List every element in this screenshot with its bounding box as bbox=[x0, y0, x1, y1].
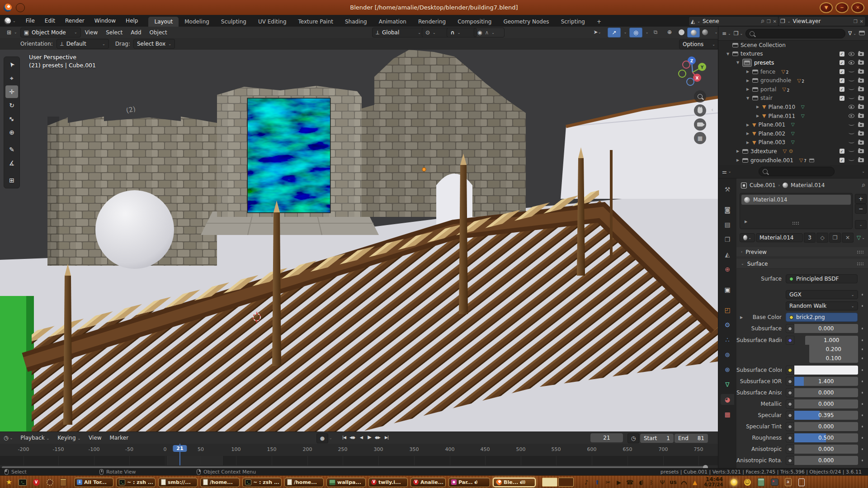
menu-object[interactable]: Object bbox=[146, 29, 171, 36]
checkbox-toggle[interactable]: ✓ bbox=[839, 78, 845, 83]
material-type-dropdown[interactable]: ⌄ bbox=[740, 233, 755, 242]
transform-orientation-dropdown[interactable]: ⟂ Global ⌄ bbox=[372, 28, 425, 38]
outliner-display-mode-dropdown[interactable]: ≡⌄ bbox=[722, 30, 731, 37]
launcher-star-icon[interactable]: ★ bbox=[5, 478, 14, 487]
remove-viewlayer-icon[interactable]: ✕ bbox=[860, 19, 863, 24]
viewport-3d[interactable]: (2) bbox=[0, 50, 718, 432]
tray-smiley-icon[interactable]: ☺ bbox=[743, 478, 752, 487]
taskbar-window-smb[interactable]: smb://... bbox=[158, 478, 198, 487]
navigation-gizmo[interactable]: Z Y X bbox=[676, 55, 707, 86]
eye-closed-toggle[interactable] bbox=[848, 142, 854, 143]
eye-closed-toggle[interactable] bbox=[848, 124, 854, 126]
taskbar-window-home2[interactable]: /home... bbox=[284, 478, 324, 487]
outliner-row-groundhole001[interactable]: ▶ groundhole.001 ▽7 ✓ bbox=[718, 156, 868, 165]
xray-toggle[interactable]: ⧉ bbox=[650, 28, 661, 37]
anisotropic-slider[interactable]: 0.000 bbox=[794, 445, 858, 454]
scene-selector[interactable]: ◭ ⌄ Scene ⚲ ❐ ✕ bbox=[689, 16, 779, 26]
node-data-dropdown[interactable]: ▽⌄ bbox=[857, 235, 865, 240]
material-name-field[interactable]: Material.014 bbox=[756, 233, 803, 242]
keyframe-dot[interactable] bbox=[862, 403, 863, 405]
anisotropic-rotation-slider[interactable]: 0.000 bbox=[794, 456, 858, 465]
outliner-row-plane003[interactable]: ▶▼ Plane.003 ▽ bbox=[718, 138, 868, 147]
tab-animation[interactable]: Animation bbox=[373, 17, 412, 27]
new-collection-button[interactable] bbox=[859, 30, 865, 37]
radius-x-slider[interactable]: 1.000 bbox=[805, 336, 858, 345]
checkbox-toggle[interactable]: ✓ bbox=[839, 60, 845, 65]
checkbox-toggle[interactable]: ✓ bbox=[839, 87, 845, 92]
disclosure-closed-icon[interactable]: ▶ bbox=[745, 141, 750, 145]
zoom-view-button[interactable] bbox=[694, 90, 706, 103]
disclosure-closed-icon[interactable]: ▶ bbox=[736, 158, 740, 162]
specular-tint-slider[interactable]: 0.000 bbox=[794, 422, 858, 431]
outliner-row-groundhole[interactable]: ▶ groundhole ▽2 ✓ bbox=[718, 76, 868, 85]
pin-icon[interactable]: ⚲ bbox=[760, 18, 766, 24]
taskbar-window-alltor[interactable]: ⇩All Tor... bbox=[74, 478, 113, 487]
launcher-cabinet-icon[interactable] bbox=[59, 478, 68, 487]
eye-open-toggle[interactable] bbox=[848, 114, 854, 118]
keyframe-dot[interactable] bbox=[862, 448, 863, 450]
prev-keyframe-button[interactable]: ◀◆ bbox=[348, 435, 356, 440]
camera-render-toggle[interactable] bbox=[858, 52, 864, 56]
menu-view[interactable]: View bbox=[81, 29, 102, 36]
camera-render-toggle[interactable] bbox=[858, 123, 864, 127]
keyframe-dot[interactable] bbox=[862, 305, 863, 307]
eye-closed-toggle[interactable] bbox=[848, 150, 854, 152]
shading-wireframe-button[interactable]: ⊕ bbox=[664, 28, 675, 37]
subsurface-slider[interactable]: 0.000 bbox=[794, 324, 858, 333]
subsurface-method-dropdown[interactable]: Random Walk ⌄ bbox=[786, 301, 858, 310]
playback-menu[interactable]: Playback ⌄ bbox=[16, 435, 53, 441]
overlays-toggle[interactable]: ◎ bbox=[629, 28, 642, 38]
menu-edit[interactable]: Edit bbox=[40, 15, 60, 27]
pin-icon[interactable]: ⚲ bbox=[860, 182, 866, 188]
keyframe-dot[interactable] bbox=[862, 437, 863, 439]
checkbox-toggle[interactable]: ✓ bbox=[839, 52, 845, 56]
drag-setting-dropdown[interactable]: Select Box ⌄ bbox=[133, 39, 175, 49]
camera-render-toggle[interactable] bbox=[858, 79, 864, 83]
launcher-terminal-icon[interactable]: ›_ bbox=[18, 478, 27, 487]
eye-closed-toggle[interactable] bbox=[848, 80, 854, 81]
tab-sculpting[interactable]: Sculpting bbox=[215, 17, 252, 27]
pan-view-button[interactable] bbox=[694, 104, 706, 117]
tray-jar-icon[interactable]: a bbox=[783, 478, 793, 487]
disclosure-open-icon[interactable]: ▼ bbox=[745, 96, 750, 100]
tab-geometry-nodes[interactable]: Geometry Nodes bbox=[497, 17, 555, 27]
camera-render-toggle[interactable] bbox=[858, 87, 864, 91]
gizmo-z-negative[interactable] bbox=[687, 78, 694, 85]
timeline-ruler[interactable]: -200 -150 -100 -50 0 50 100 150 200 250 … bbox=[0, 444, 718, 456]
marker-menu[interactable]: Marker bbox=[106, 435, 132, 441]
tab-scripting[interactable]: Scripting bbox=[555, 17, 591, 27]
play-button[interactable]: ▶ bbox=[365, 434, 373, 440]
move-tool[interactable]: ✛ bbox=[5, 85, 18, 98]
radius-z-slider[interactable]: 0.100 bbox=[809, 354, 858, 363]
camera-render-toggle[interactable] bbox=[858, 149, 864, 153]
menu-help[interactable]: Help bbox=[121, 15, 143, 27]
modifiers-tab[interactable]: ⚙ bbox=[721, 319, 734, 330]
disclosure-closed-icon[interactable]: ▶ bbox=[755, 114, 760, 118]
slot-expand-icon[interactable]: ▶ bbox=[745, 220, 747, 224]
eye-open-toggle[interactable] bbox=[848, 61, 854, 65]
disclosure-closed-icon[interactable]: ▶ bbox=[745, 70, 750, 74]
tab-modeling[interactable]: Modeling bbox=[179, 17, 215, 27]
taskbar-window-home1[interactable]: /home... bbox=[200, 478, 240, 487]
gizmo-toggle[interactable]: ↗ bbox=[608, 28, 621, 38]
taskbar-window-blender[interactable]: Ble...◖))) bbox=[493, 478, 536, 487]
slot-specials-dropdown[interactable]: ⌄ bbox=[855, 220, 867, 229]
tray-window-outline-icon[interactable] bbox=[797, 478, 806, 487]
taskbar-window-par[interactable]: ◆Par...◖) bbox=[448, 478, 490, 487]
select-box-tool[interactable]: ➤ bbox=[5, 58, 18, 71]
checkbox-toggle[interactable]: ✓ bbox=[839, 158, 845, 163]
tray-clipboard-scissors-icon[interactable]: ✂ bbox=[603, 479, 613, 486]
tray-phone-icon[interactable]: ☎ bbox=[624, 479, 635, 486]
resize-grip[interactable] bbox=[792, 221, 799, 225]
jump-to-end-button[interactable]: ▶| bbox=[382, 435, 391, 440]
keyframe-dot[interactable] bbox=[862, 294, 863, 296]
keyframe-dot[interactable] bbox=[862, 339, 863, 341]
camera-render-toggle[interactable] bbox=[858, 96, 864, 100]
subsurface-ior-slider[interactable]: 1.400 bbox=[794, 377, 858, 386]
tab-layout[interactable]: Layout bbox=[148, 17, 179, 27]
outliner-row-stair[interactable]: ▼ stair ✓ bbox=[718, 94, 868, 103]
outliner-row-scene-collection[interactable]: Scene Collection bbox=[718, 41, 868, 50]
eye-closed-toggle[interactable] bbox=[848, 98, 854, 99]
tray-warning-icon[interactable]: ▲ bbox=[689, 479, 700, 486]
shading-rendered-button[interactable] bbox=[699, 28, 711, 37]
